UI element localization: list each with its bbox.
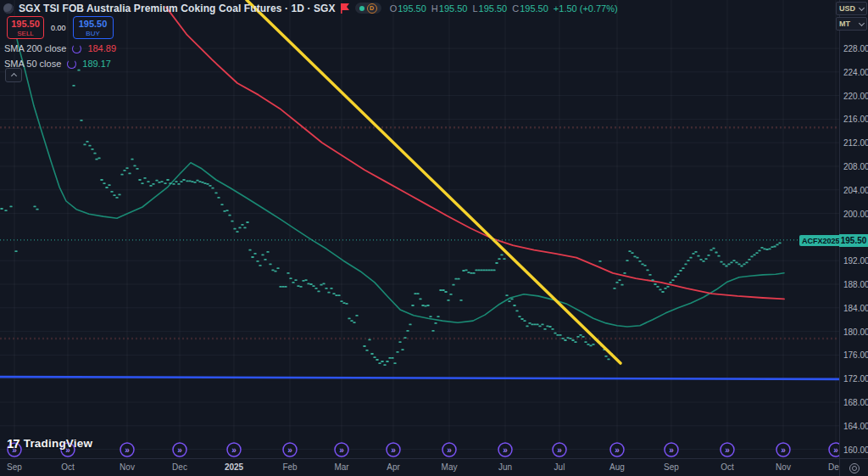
price-chart-canvas[interactable]: »»»»»»»»»»»»»»»» [0,0,839,458]
scatter-point [398,341,401,343]
scatter-point [345,303,348,305]
replay-arrow-icon[interactable]: » [335,443,348,456]
scatter-point [543,328,546,330]
replay-arrow-icon[interactable]: » [553,443,566,456]
scatter-point [666,286,669,288]
tradingview-logo[interactable]: 17 TradingView [7,436,92,451]
buy-label: BUY [86,30,99,37]
market-open-dot-icon [359,6,364,11]
replay-arrow-icon[interactable]: » [173,443,186,456]
scatter-point [654,283,656,285]
scatter-point [740,266,743,267]
axis-settings-corner[interactable] [839,458,868,476]
currency-dropdown[interactable]: USD [836,2,867,15]
scatter-point [763,248,765,249]
scatter-point [386,361,388,362]
scatter-point [95,159,97,160]
scatter-point [220,204,223,205]
scatter-point [225,210,228,211]
scatter-point [533,323,536,325]
indicator-row[interactable]: SMA 200 close184.89 [4,41,116,56]
flag-icon[interactable] [341,3,350,14]
scatter-point [551,328,554,330]
scatter-point [434,322,437,324]
trend-line[interactable] [247,0,620,363]
unit-value: MT [839,20,850,28]
scatter-point [188,181,191,182]
scatter-point [523,320,526,322]
scatter-point [429,316,431,317]
replay-arrow-icon[interactable]: » [721,443,734,456]
price-axis[interactable]: USD MT 228.00224.00220.00216.00212.00208… [839,0,868,458]
scatter-point [510,299,513,300]
scatter-point [314,288,317,289]
scatter-point [72,85,75,87]
replay-arrow-icon[interactable]: » [498,443,512,456]
scatter-point [383,364,386,366]
sell-button[interactable]: 195.50 SELL [7,16,44,39]
scatter-point [289,277,292,279]
time-axis[interactable]: SepOctNovDec2025FebMarAprMayJunJulAugSep… [0,458,839,476]
scatter-point [442,289,444,291]
collapse-legend-button[interactable] [5,68,22,82]
scatter-point [676,273,679,275]
scatter-point [175,181,177,182]
scatter-point [592,344,594,345]
ohlc-item: L195.50 [472,3,507,14]
replay-arrow-icon[interactable]: » [829,443,839,456]
replay-arrow-icon[interactable]: » [442,443,456,456]
ohlc-item: C195.50 [512,3,548,14]
replay-arrow-icon[interactable]: » [283,443,297,456]
scatter-point [241,224,243,226]
indicator-loading-icon[interactable] [67,59,76,69]
scatter-point [613,288,615,289]
scatter-point [191,181,193,182]
replay-arrow-icon[interactable]: » [665,443,678,456]
scatter-point [248,249,251,251]
replay-arrow-icon[interactable]: » [387,443,400,456]
scatter-point [477,269,480,271]
scatter-point [284,286,287,288]
scatter-point [556,334,559,336]
scatter-point [449,294,452,295]
scatter-point [498,258,500,260]
scatter-point [636,257,638,259]
price-axis-label: 228.00 [843,44,868,53]
scatter-point [426,305,429,306]
scatter-point [177,183,180,185]
replay-arrow-icon[interactable]: » [610,443,624,456]
scatter-point [180,181,182,182]
scatter-point [618,279,620,281]
svg-text:»: » [781,445,786,455]
sell-label: SELL [17,30,34,37]
scatter-point [750,255,753,257]
scatter-point [335,294,337,296]
scatter-point [753,254,755,255]
scatter-point [447,300,449,301]
buy-button[interactable]: 195.50 BUY [73,16,114,39]
scatter-point [554,333,556,334]
replay-arrow-icon[interactable]: » [776,443,790,456]
scatter-point [571,339,574,341]
replay-arrow-icon[interactable]: » [227,443,241,456]
scatter-point [520,318,523,320]
scatter-point [118,194,120,196]
scatter-point [214,192,217,193]
unit-dropdown[interactable]: MT [836,17,867,31]
scatter-point [559,334,561,336]
scatter-point [350,320,353,322]
market-status-pill[interactable]: D [355,3,381,14]
scatter-point [709,249,712,251]
scatter-point [470,272,472,274]
series-symbol-badge: ACFX2025 [799,235,843,246]
time-axis-label: Jun [498,462,512,472]
tradingview-chart-window: »»»»»»»»»»»»»»»» SGX TSI FOB Australia P… [0,0,868,476]
indicator-loading-icon[interactable] [72,44,81,53]
scatter-point [317,290,320,292]
scatter-point [391,357,393,359]
replay-arrow-icon[interactable]: » [120,443,134,456]
symbol-title[interactable]: SGX TSI FOB Australia Premium Coking Coa… [19,3,336,14]
scatter-point [528,322,531,324]
scatter-point [536,323,538,325]
scatter-point [309,283,312,285]
